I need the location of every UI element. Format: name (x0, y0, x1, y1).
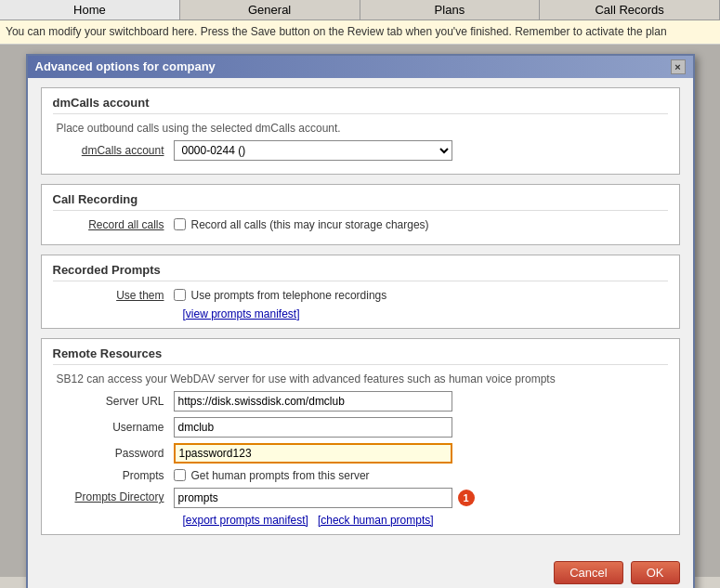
prompts-dir-input[interactable] (174, 488, 452, 508)
prompts-dir-label: Prompts Directory (53, 490, 174, 505)
view-prompts-manifest-link[interactable]: [view prompts manifest] (183, 307, 300, 320)
nav-general[interactable]: General (180, 0, 360, 20)
nav-plans[interactable]: Plans (360, 0, 541, 20)
cancel-button[interactable]: Cancel (554, 561, 622, 584)
username-row: Username (53, 417, 668, 438)
prompts-checkbox-text: Get human prompts from this server (191, 469, 370, 482)
username-label: Username (53, 421, 174, 434)
remote-resources-title: Remote Resources (53, 346, 668, 365)
check-human-prompts-link[interactable]: [check human prompts] (318, 514, 434, 527)
dmcalls-account-row: dmCalls account 0000-0244 () (53, 140, 668, 161)
info-text: You can modify your switchboard here. Pr… (6, 25, 667, 38)
server-url-row: Server URL (53, 391, 668, 412)
nav-home[interactable]: Home (0, 0, 180, 20)
modal-body: dmCalls account Place outbound calls usi… (28, 78, 693, 554)
record-all-calls-checkbox-text: Record all calls (this may incur storage… (191, 218, 429, 231)
use-them-checkbox-label[interactable]: Use prompts from telephone recordings (174, 289, 387, 302)
prompts-links-row: [view prompts manifest] (183, 307, 668, 320)
close-button[interactable]: × (671, 59, 686, 74)
remote-resources-section: Remote Resources SB12 can access your We… (41, 338, 680, 535)
nav-call-records[interactable]: Call Records (540, 0, 720, 20)
recorded-prompts-title: Recorded Prompts (53, 263, 668, 281)
page-background: Advanced options for company × dmCalls a… (0, 45, 720, 577)
dmcalls-section-title: dmCalls account (53, 96, 668, 114)
call-recording-title: Call Recording (53, 192, 668, 211)
modal-title: Advanced options for company (35, 59, 216, 73)
record-all-calls-checkbox-label[interactable]: Record all calls (this may incur storage… (174, 218, 429, 231)
record-all-calls-checkbox[interactable] (174, 218, 186, 230)
prompts-checkbox[interactable] (174, 469, 186, 481)
record-all-calls-row: Record all calls Record all calls (this … (53, 218, 668, 231)
prompts-checkbox-label[interactable]: Get human prompts from this server (174, 469, 370, 482)
prompts-dir-row: Prompts Directory 1 (53, 488, 668, 508)
prompts-label: Prompts (53, 469, 174, 482)
password-input[interactable] (174, 443, 452, 464)
modal-overlay: Advanced options for company × dmCalls a… (0, 45, 720, 577)
badge: 1 (458, 490, 475, 506)
remote-resources-desc: SB12 can access your WebDAV server for u… (57, 372, 668, 385)
server-url-label: Server URL (53, 395, 174, 408)
prompts-row: Prompts Get human prompts from this serv… (53, 469, 668, 482)
top-navigation: Home General Plans Call Records (0, 0, 720, 20)
dmcalls-account-label: dmCalls account (53, 144, 174, 157)
dmcalls-account-select[interactable]: 0000-0244 () (174, 140, 452, 161)
password-row: Password (53, 443, 668, 464)
export-prompts-manifest-link[interactable]: [export prompts manifest] (183, 514, 308, 527)
dmcalls-section: dmCalls account Place outbound calls usi… (41, 87, 680, 175)
export-links-row: [export prompts manifest] [check human p… (183, 514, 668, 527)
dmcalls-desc: Place outbound calls using the selected … (57, 122, 668, 135)
modal-title-bar: Advanced options for company × (28, 56, 693, 78)
use-them-checkbox[interactable] (174, 289, 186, 301)
password-label: Password (53, 447, 174, 460)
recorded-prompts-section: Recorded Prompts Use them Use prompts fr… (41, 255, 680, 329)
use-them-checkbox-text: Use prompts from telephone recordings (191, 289, 387, 302)
use-them-label: Use them (53, 289, 174, 302)
modal-footer: Cancel OK (28, 554, 693, 588)
modal-dialog: Advanced options for company × dmCalls a… (26, 54, 695, 588)
info-bar: You can modify your switchboard here. Pr… (0, 20, 720, 45)
ok-button[interactable]: OK (631, 561, 680, 584)
use-them-row: Use them Use prompts from telephone reco… (53, 289, 668, 302)
record-all-calls-label: Record all calls (53, 218, 174, 231)
username-input[interactable] (174, 417, 452, 438)
server-url-input[interactable] (174, 391, 452, 412)
call-recording-section: Call Recording Record all calls Record a… (41, 184, 680, 245)
